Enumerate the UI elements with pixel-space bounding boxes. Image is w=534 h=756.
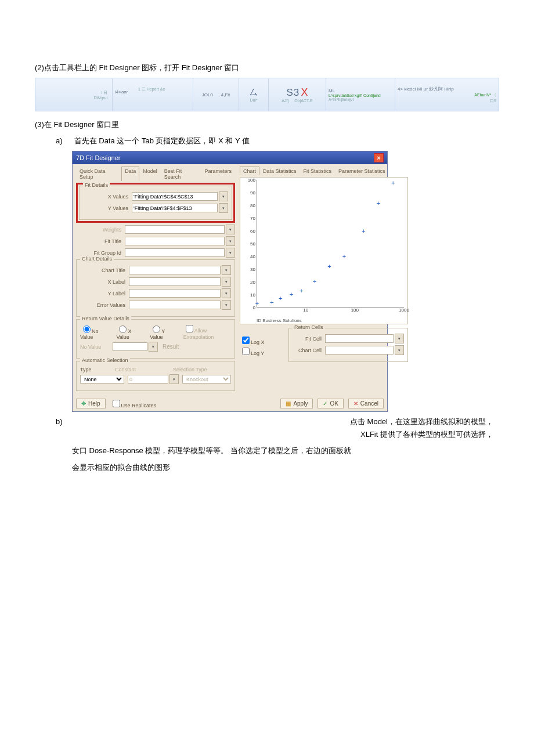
tb-seg5-b2: ObjACT-E <box>294 99 313 103</box>
ytick: 60 <box>250 229 255 234</box>
tab-data-statistics[interactable]: Data Statistics <box>259 167 300 175</box>
ylabel-picker-icon[interactable]: ▾ <box>222 288 231 298</box>
tb-seg7-t: 4> klcdcl MI ur 炒凡阿 Hirlp <box>398 86 454 92</box>
b-text3: 女口 Dose-Response 模型，药理学模型等等。 当你选定了模型之后，右… <box>72 444 499 457</box>
weights-input[interactable] <box>125 225 225 234</box>
tb-seg5-b1: AJI] <box>282 99 288 103</box>
logy-check[interactable]: Log Y <box>240 350 264 356</box>
rv-xvalue-radio[interactable]: X Value <box>116 324 142 340</box>
chartcell-input[interactable] <box>325 346 394 355</box>
rv-novalue2-label: No Value <box>80 344 113 350</box>
rv-picker-icon[interactable]: ▾ <box>149 342 158 352</box>
y-range-picker-icon[interactable]: ▾ <box>219 203 228 213</box>
close-icon[interactable]: × <box>374 153 384 162</box>
logx-check[interactable]: Log X <box>240 339 265 345</box>
x-range-picker-icon[interactable]: ▾ <box>219 191 228 201</box>
error-label: Error Values <box>80 302 129 308</box>
fit-designer-dialog: 7D Fit Designer × Quick Data SetupDataMo… <box>72 151 388 412</box>
ylabel-input[interactable] <box>129 289 221 298</box>
fitcell-picker-icon[interactable]: ▾ <box>395 334 404 343</box>
fitcell-input[interactable] <box>325 334 394 343</box>
as-constant-input[interactable] <box>128 375 168 384</box>
rv-novalue-radio[interactable]: No Value <box>80 324 108 340</box>
ok-button[interactable]: ✓OK <box>317 399 343 408</box>
tb-seg2-top: 1 三 Hepdrt &e <box>138 86 165 92</box>
as-seltype-select[interactable]: Knockout <box>182 375 231 384</box>
tab-quick-data-setup[interactable]: Quick Data Setup <box>76 167 121 181</box>
error-input[interactable] <box>129 301 221 309</box>
as-type-select[interactable]: None <box>80 375 124 384</box>
auto-sel-title: Automatic Selection <box>80 357 130 363</box>
ytick: 70 <box>250 216 255 221</box>
fit-group-label: Fit Group Id <box>76 250 125 256</box>
data-point: + <box>377 200 380 207</box>
data-point: + <box>313 278 316 285</box>
designer-icon[interactable]: 厶 <box>250 88 258 98</box>
ylabel-label: Y Label <box>80 291 129 296</box>
fit-title-input[interactable] <box>125 237 225 245</box>
a-text: 首先在 Data 这一个 Tab 页指定数据区，即 X 和 Y 值 <box>74 136 250 145</box>
rv-allow-check[interactable]: Allow Extrapolation <box>183 323 231 340</box>
x-values-input[interactable] <box>132 192 218 201</box>
fit-group-picker-icon[interactable]: ▾ <box>226 248 235 258</box>
chart-details-group: Chart Details Chart Title▾ X Label▾ Y La… <box>76 259 235 317</box>
tab-fit-statistics[interactable]: Fit Statistics <box>300 167 335 175</box>
xlabel-label: X Label <box>80 279 129 285</box>
excel-toolbar: l 日 DWgrui i4>anr 1 三 Hepdrt &e JOL0 4,F… <box>35 78 499 111</box>
chartcell-picker-icon[interactable]: ▾ <box>395 345 404 355</box>
data-point: + <box>327 263 331 270</box>
dialog-titlebar[interactable]: 7D Fit Designer × <box>73 151 387 164</box>
chart-caption: ID Business Solutions <box>257 318 302 323</box>
xtick: 100 <box>351 308 359 313</box>
as-seltype-label: Selection Type <box>173 367 207 372</box>
tab-parameters[interactable]: Parameters <box>201 167 235 181</box>
rv-result-label: Result <box>163 343 179 350</box>
fit-title-picker-icon[interactable]: ▾ <box>226 236 235 246</box>
tb-s3: S3 <box>286 87 300 98</box>
tb-seg4-bot: Dul* <box>250 98 257 102</box>
xlabel-picker-icon[interactable]: ▾ <box>222 277 231 287</box>
use-replicates-check[interactable]: Use Replicates <box>110 398 157 409</box>
xtick: 1000 <box>399 308 409 313</box>
ytick: 40 <box>250 254 255 259</box>
chartcell-label: Chart Cell <box>293 348 325 353</box>
b-text1: 点击 Model，在这里选择曲线拟和的模型， <box>72 415 499 428</box>
ytick: 30 <box>250 267 255 272</box>
xtick: 10 <box>303 308 308 313</box>
help-button[interactable]: ✥Help <box>76 399 106 408</box>
weights-picker-icon[interactable]: ▾ <box>226 225 235 234</box>
tab-model[interactable]: Model <box>139 167 161 181</box>
apply-button[interactable]: ▦Apply <box>280 399 313 408</box>
tb-seg1-bot: DWgrui <box>94 96 107 100</box>
cancel-button[interactable]: ✕Cancel <box>348 399 384 408</box>
step-a: a) 首先在 Data 这一个 Tab 页指定数据区，即 X 和 Y 值 <box>56 135 499 147</box>
auto-selection-group: Automatic Selection Type Constant Select… <box>76 361 235 391</box>
rv-yvalue-radio[interactable]: Y Value <box>150 324 175 340</box>
chart-title-picker-icon[interactable]: ▾ <box>222 265 231 275</box>
error-picker-icon[interactable]: ▾ <box>222 300 231 310</box>
as-constant-label: Constant <box>115 367 173 372</box>
chart-title-label: Chart Title <box>80 267 129 273</box>
tab-chart[interactable]: Chart <box>240 167 259 175</box>
return-value-group: Return Value Details No Value X Value Y … <box>76 319 235 359</box>
data-point: + <box>362 227 365 234</box>
ytick: 50 <box>250 241 255 247</box>
tb-seg3a: JOL0 <box>202 92 213 97</box>
as-constant-picker-icon[interactable]: ▾ <box>169 374 179 384</box>
tb-seg1-top: l 日 <box>102 90 108 96</box>
dialog-footer: ✥Help Use Replicates ▦Apply ✓OK ✕Cancel <box>73 396 387 411</box>
ytick: 80 <box>250 203 255 208</box>
fit-group-input[interactable] <box>125 248 225 257</box>
fitcell-label: Fit Cell <box>293 336 325 342</box>
rv-input[interactable] <box>113 342 147 351</box>
data-point: + <box>255 300 259 307</box>
xlabel-input[interactable] <box>129 277 221 286</box>
tab-parameter-statistics[interactable]: Parameter Statistics <box>335 167 389 175</box>
tab-best-fit-search[interactable]: Best Fit Search <box>161 167 201 181</box>
y-values-input[interactable] <box>132 204 218 212</box>
data-point: + <box>391 179 395 186</box>
chart-title-input[interactable] <box>129 266 221 274</box>
data-point: + <box>270 299 273 306</box>
tab-data[interactable]: Data <box>121 167 139 181</box>
left-tabs: Quick Data SetupDataModelBest Fit Search… <box>76 167 235 181</box>
